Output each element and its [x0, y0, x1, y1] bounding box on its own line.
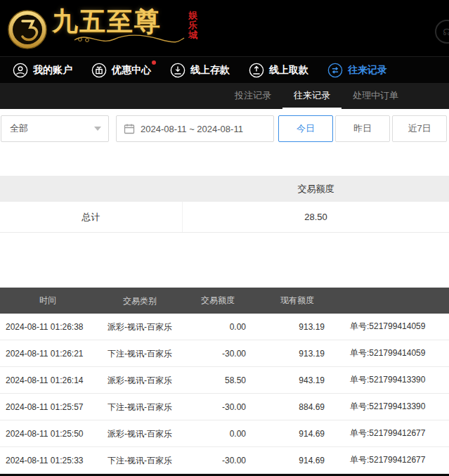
cell-order: 单号:521799413390 [343, 401, 449, 413]
cell-type: 派彩-视讯-百家乐 [96, 375, 184, 385]
cell-order: 单号:521799412677 [343, 454, 449, 466]
cell-amount: -30.00 [184, 456, 252, 465]
table-row: 2024-08-11 01:26:14 派彩-视讯-百家乐 58.50 943.… [0, 367, 449, 394]
cell-balance: 943.19 [252, 375, 343, 385]
cell-order: 单号:521799414059 [343, 321, 449, 333]
cell-type: 派彩-视讯-百家乐 [96, 429, 184, 439]
table-header-row: 时间 交易类别 交易额度 现有额度 [0, 288, 449, 314]
cell-order: 单号:521799413390 [343, 374, 449, 386]
cell-time: 2024-08-11 01:25:57 [0, 402, 96, 412]
withdraw-icon [249, 63, 264, 78]
cell-type: 下注-视讯-百家乐 [96, 349, 184, 359]
cell-balance: 914.69 [252, 429, 343, 439]
table-row: 2024-08-11 01:25:33 下注-视讯-百家乐 -30.00 914… [0, 447, 449, 474]
last7days-button[interactable]: 近7日 [392, 115, 447, 142]
header-time: 时间 [0, 295, 96, 307]
category-select[interactable]: 全部 [1, 115, 109, 142]
cell-time: 2024-08-11 01:25:50 [0, 429, 96, 439]
cell-amount: 58.50 [184, 375, 252, 385]
filter-bar: 全部 2024-08-11 ~ 2024-08-11 今日 昨日 近7日 [0, 109, 449, 148]
brand-logo[interactable]: 九五至尊 娱 乐 城 [7, 6, 197, 50]
nav-label: 线上取款 [269, 64, 308, 77]
summary-total-value: 28.50 [183, 212, 449, 222]
spacer [0, 233, 449, 288]
gift-icon [91, 63, 107, 78]
page: 九五至尊 娱 乐 城 ☊ 我的账户 [0, 0, 449, 476]
nav-item-deposit[interactable]: 线上存款 [170, 63, 230, 78]
cell-type: 派彩-视讯-百家乐 [96, 322, 184, 332]
cell-order: 单号:521799412677 [343, 427, 449, 439]
site-header: 九五至尊 娱 乐 城 ☊ [0, 0, 449, 56]
service-icon[interactable]: ☊ [435, 20, 449, 44]
nav-item-withdraw[interactable]: 线上取款 [249, 63, 308, 78]
table-row: 2024-08-11 01:25:50 派彩-视讯-百家乐 0.00 914.6… [0, 420, 449, 447]
chevron-down-icon [94, 127, 101, 131]
cell-time: 2024-08-11 01:26:38 [0, 322, 96, 332]
cell-balance: 913.19 [252, 322, 343, 332]
tab-processing-orders[interactable]: 处理中订单 [341, 83, 410, 109]
date-range-input[interactable]: 2024-08-11 ~ 2024-08-11 [116, 115, 274, 142]
header-balance: 现有额度 [252, 295, 343, 307]
coin-emblem-icon [7, 9, 48, 50]
cell-balance: 913.19 [252, 349, 343, 359]
table-row: 2024-08-11 01:26:38 派彩-视讯-百家乐 0.00 913.1… [0, 314, 449, 340]
cell-type: 下注-视讯-百家乐 [96, 456, 184, 465]
user-icon [13, 63, 28, 78]
records-icon [327, 63, 343, 78]
cell-amount: 0.00 [184, 322, 252, 332]
nav-label: 优惠中心 [112, 64, 151, 77]
deposit-icon [170, 63, 186, 78]
calendar-icon [124, 123, 135, 134]
cell-amount: -30.00 [184, 402, 252, 412]
tab-transaction-records[interactable]: 往来记录 [282, 83, 341, 109]
cell-order: 单号:521799414059 [343, 347, 449, 359]
notification-dot [152, 60, 156, 65]
date-range-value: 2024-08-11 ~ 2024-08-11 [141, 124, 243, 134]
nav-item-records[interactable]: 往来记录 [327, 63, 387, 78]
nav-label: 我的账户 [33, 64, 72, 77]
header-amount: 交易额度 [184, 295, 252, 307]
cell-amount: 0.00 [184, 429, 252, 439]
subtab-bar: 投注记录 往来记录 处理中订单 [0, 83, 449, 109]
nav-item-promotions[interactable]: 优惠中心 [91, 63, 151, 78]
category-select-value: 全部 [10, 122, 28, 135]
summary-total-row: 总计 28.50 [0, 202, 449, 233]
today-button[interactable]: 今日 [278, 115, 333, 142]
table-row: 2024-08-11 01:25:57 下注-视讯-百家乐 -30.00 884… [0, 394, 449, 420]
yesterday-button[interactable]: 昨日 [335, 115, 390, 142]
brand-subtitle: 娱 乐 城 [188, 11, 197, 40]
header-type: 交易类别 [96, 296, 184, 306]
cell-time: 2024-08-11 01:25:33 [0, 456, 96, 465]
tab-betting-records[interactable]: 投注记录 [223, 83, 282, 109]
cell-time: 2024-08-11 01:26:14 [0, 375, 96, 385]
summary-header-amount: 交易额度 [183, 183, 449, 195]
spacer [0, 148, 449, 176]
quick-filter-group: 今日 昨日 近7日 [278, 115, 447, 142]
nav-label: 往来记录 [348, 64, 387, 77]
cell-amount: -30.00 [184, 349, 252, 359]
cell-time: 2024-08-11 01:26:21 [0, 349, 96, 359]
summary-total-label: 总计 [0, 202, 183, 232]
cell-type: 下注-视讯-百家乐 [96, 402, 184, 412]
nav-label: 线上存款 [190, 64, 230, 77]
table-row: 2024-08-11 01:26:21 下注-视讯-百家乐 -30.00 913… [0, 340, 449, 367]
nav-item-my-account[interactable]: 我的账户 [13, 63, 72, 78]
brand-text-block: 九五至尊 [52, 6, 186, 44]
summary-header-row: 交易额度 [0, 176, 449, 202]
cell-balance: 884.69 [252, 402, 343, 412]
brand-title: 九五至尊 [52, 6, 186, 37]
main-nav: 我的账户 优惠中心 线上存款 线上取款 往来记录 [0, 56, 449, 83]
cell-balance: 914.69 [252, 456, 343, 465]
